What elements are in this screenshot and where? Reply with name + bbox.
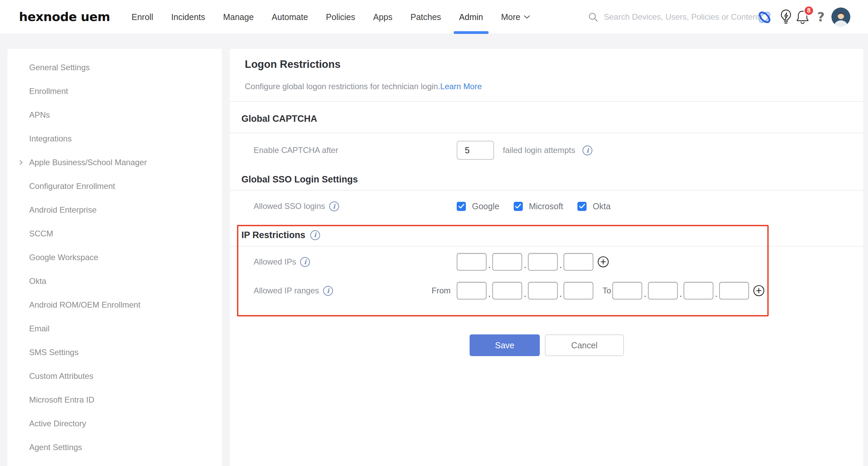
to-octet-3-input[interactable]: [684, 282, 713, 299]
genie-icon[interactable]: [757, 9, 772, 26]
divider: [230, 101, 863, 102]
captcha-attempts-input[interactable]: [457, 141, 494, 160]
top-navbar: hexnode uem Enroll Incidents Manage Auto…: [0, 0, 868, 34]
sidebar-item-email[interactable]: Email: [7, 317, 222, 341]
sidebar-item-sccm[interactable]: SCCM: [7, 222, 222, 246]
check-icon: [458, 204, 465, 209]
from-octet-4-input[interactable]: [564, 282, 593, 299]
allowed-ip-octet-group: . . .: [457, 253, 593, 271]
sidebar-item-sms-settings[interactable]: SMS Settings: [7, 341, 222, 364]
google-checkbox[interactable]: [457, 202, 466, 211]
range-from-octet-group: . . .: [457, 282, 593, 299]
add-ip-range-button[interactable]: [753, 285, 765, 296]
notifications-bell-icon[interactable]: 8: [795, 9, 815, 26]
nav-item-automate[interactable]: Automate: [272, 0, 308, 34]
chevron-right-icon: [18, 160, 24, 165]
microsoft-checkbox-label: Microsoft: [529, 201, 563, 211]
nav-item-incidents[interactable]: Incidents: [171, 0, 205, 34]
captcha-suffix-label: failed login attempts: [503, 145, 575, 155]
microsoft-checkbox[interactable]: [514, 202, 523, 211]
main-nav: Enroll Incidents Manage Automate Policie…: [132, 0, 530, 34]
sidebar-item-android-rom-oem-enrollment[interactable]: Android ROM/OEM Enrollment: [7, 293, 222, 317]
sidebar-item-google-workspace[interactable]: Google Workspace: [7, 246, 222, 269]
to-octet-4-input[interactable]: [719, 282, 749, 299]
nav-item-manage[interactable]: Manage: [223, 0, 254, 34]
from-octet-1-input[interactable]: [457, 282, 487, 299]
plus-icon: [597, 256, 609, 268]
learn-more-link[interactable]: Learn More: [440, 82, 482, 91]
save-button[interactable]: Save: [470, 334, 540, 356]
google-checkbox-label: Google: [472, 201, 499, 211]
sidebar-item-okta[interactable]: Okta: [7, 269, 222, 293]
cancel-button[interactable]: Cancel: [545, 334, 624, 356]
sidebar-item-microsoft-entra-id[interactable]: Microsoft Entra ID: [7, 388, 222, 412]
chevron-down-icon: [524, 15, 530, 19]
nav-item-apps[interactable]: Apps: [373, 0, 393, 34]
search-icon: [588, 12, 598, 22]
okta-checkbox[interactable]: [577, 202, 587, 211]
admin-settings-sidebar: General Settings Enrollment APNs Integra…: [7, 49, 222, 466]
page-title: Logon Restrictions: [245, 58, 340, 71]
ip-octet-4-input[interactable]: [564, 253, 593, 271]
sidebar-item-custom-attributes[interactable]: Custom Attributes: [7, 364, 222, 388]
ip-octet-1-input[interactable]: [457, 253, 487, 271]
sso-option-microsoft: Microsoft: [514, 201, 577, 211]
from-octet-3-input[interactable]: [528, 282, 558, 299]
sso-option-google: Google: [457, 201, 514, 211]
sidebar-item-active-directory[interactable]: Active Directory: [7, 412, 222, 435]
captcha-label: Enable CAPTCHA after: [254, 141, 338, 160]
hexnode-logo[interactable]: hexnode uem: [19, 0, 110, 34]
nav-item-policies[interactable]: Policies: [326, 0, 355, 34]
nav-item-patches[interactable]: Patches: [411, 0, 441, 34]
allowed-ips-row: Allowed IPs i . . .: [230, 253, 863, 271]
sidebar-item-enrollment[interactable]: Enrollment: [7, 79, 222, 103]
ip-octet-3-input[interactable]: [528, 253, 558, 271]
help-icon[interactable]: ?: [817, 0, 825, 34]
plus-icon: [753, 285, 765, 296]
sso-label: Allowed SSO logins i: [254, 199, 339, 213]
info-icon[interactable]: i: [300, 257, 310, 267]
sidebar-item-general-settings[interactable]: General Settings: [7, 56, 222, 79]
allowed-ip-ranges-row: Allowed IP ranges i From . . . To: [230, 282, 863, 299]
page-subtitle: Configure global logon restrictions for …: [245, 81, 482, 92]
nav-item-enroll[interactable]: Enroll: [132, 0, 153, 34]
info-icon[interactable]: i: [310, 230, 320, 240]
section-title-global-sso: Global SSO Login Settings: [241, 174, 358, 185]
divider: [230, 246, 863, 247]
sidebar-item-apple-business-school-manager[interactable]: Apple Business/School Manager: [7, 151, 222, 174]
global-search: [588, 0, 763, 34]
allowed-ip-ranges-label: Allowed IP ranges i: [254, 282, 333, 299]
sidebar-item-agent-settings[interactable]: Agent Settings: [7, 435, 222, 459]
section-title-global-captcha: Global CAPTCHA: [241, 113, 317, 124]
nav-item-admin[interactable]: Admin: [459, 0, 483, 34]
sidebar-item-android-enterprise[interactable]: Android Enterprise: [7, 198, 222, 222]
check-icon: [515, 204, 521, 209]
divider: [230, 133, 863, 133]
lightbulb-icon[interactable]: [779, 9, 793, 26]
divider: [230, 190, 863, 191]
nav-item-more[interactable]: More: [501, 0, 530, 34]
add-ip-button[interactable]: [597, 256, 609, 268]
sidebar-item-apns[interactable]: APNs: [7, 103, 222, 127]
section-title-ip-restrictions: IP Restrictions i: [241, 229, 320, 241]
okta-checkbox-label: Okta: [593, 201, 611, 211]
app-window: hexnode uem Enroll Incidents Manage Auto…: [0, 0, 868, 466]
sidebar-item-configurator-enrollment[interactable]: Configurator Enrollment: [7, 174, 222, 198]
nav-more-label: More: [501, 12, 520, 22]
check-icon: [579, 204, 585, 209]
sso-row: Allowed SSO logins i Google Microsoft: [230, 199, 863, 213]
info-icon[interactable]: i: [329, 201, 339, 211]
user-avatar[interactable]: [831, 7, 850, 26]
to-octet-2-input[interactable]: [648, 282, 678, 299]
ip-octet-2-input[interactable]: [492, 253, 522, 271]
from-label: From: [420, 282, 454, 299]
to-octet-1-input[interactable]: [612, 282, 642, 299]
sidebar-item-integrations[interactable]: Integrations: [7, 127, 222, 151]
search-input[interactable]: [604, 12, 763, 22]
to-label: To: [603, 282, 611, 299]
info-icon[interactable]: i: [583, 145, 592, 155]
logon-restrictions-panel: Logon Restrictions Configure global logo…: [230, 49, 863, 466]
from-octet-2-input[interactable]: [492, 282, 522, 299]
allowed-ips-label: Allowed IPs i: [254, 253, 310, 271]
info-icon[interactable]: i: [323, 286, 333, 296]
